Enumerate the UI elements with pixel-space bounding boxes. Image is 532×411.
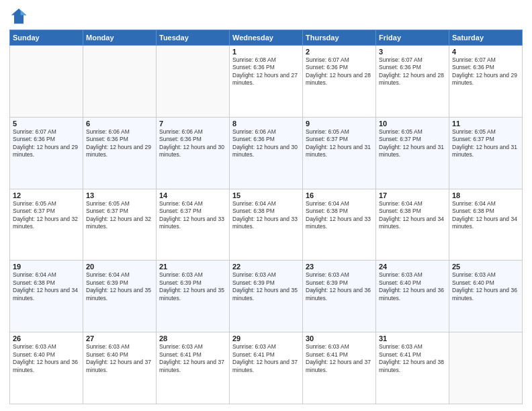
calendar-cell: 19 Sunrise: 6:04 AMSunset: 6:38 PMDaylig… [10, 261, 83, 332]
calendar-cell: 16 Sunrise: 6:04 AMSunset: 6:38 PMDaylig… [303, 189, 376, 261]
day-info: Sunrise: 6:06 AMSunset: 6:36 PMDaylight:… [86, 128, 153, 159]
day-header-thursday: Thursday [303, 30, 376, 46]
calendar-cell: 25 Sunrise: 6:03 AMSunset: 6:40 PMDaylig… [449, 261, 523, 332]
day-info: Sunrise: 6:07 AMSunset: 6:36 PMDaylight:… [452, 56, 519, 87]
day-number: 22 [232, 263, 300, 271]
calendar-cell: 21 Sunrise: 6:03 AMSunset: 6:39 PMDaylig… [157, 261, 230, 332]
day-number: 27 [86, 334, 153, 342]
logo-icon [9, 7, 28, 26]
day-info: Sunrise: 6:05 AMSunset: 6:37 PMDaylight:… [306, 128, 373, 159]
day-number: 8 [232, 120, 300, 128]
day-info: Sunrise: 6:03 AMSunset: 6:39 PMDaylight:… [306, 271, 373, 302]
calendar-cell: 9 Sunrise: 6:05 AMSunset: 6:37 PMDayligh… [303, 117, 376, 189]
day-header-sunday: Sunday [10, 30, 83, 46]
day-header-friday: Friday [376, 30, 449, 46]
calendar-body: 1 Sunrise: 6:08 AMSunset: 6:36 PMDayligh… [10, 46, 523, 404]
day-info: Sunrise: 6:05 AMSunset: 6:37 PMDaylight:… [452, 128, 519, 159]
day-number: 4 [452, 48, 519, 56]
day-header-wednesday: Wednesday [230, 30, 303, 46]
day-number: 5 [13, 120, 80, 128]
day-info: Sunrise: 6:07 AMSunset: 6:36 PMDaylight:… [379, 56, 446, 87]
day-number: 13 [86, 191, 153, 199]
day-info: Sunrise: 6:05 AMSunset: 6:37 PMDaylight:… [13, 200, 80, 231]
day-header-monday: Monday [83, 30, 157, 46]
calendar-cell: 17 Sunrise: 6:04 AMSunset: 6:38 PMDaylig… [376, 189, 449, 261]
day-info: Sunrise: 6:03 AMSunset: 6:40 PMDaylight:… [452, 271, 519, 302]
day-number: 26 [13, 334, 80, 342]
calendar-page: SundayMondayTuesdayWednesdayThursdayFrid… [0, 0, 532, 411]
day-info: Sunrise: 6:08 AMSunset: 6:36 PMDaylight:… [232, 56, 300, 87]
calendar-header: SundayMondayTuesdayWednesdayThursdayFrid… [10, 30, 523, 46]
calendar-cell: 7 Sunrise: 6:06 AMSunset: 6:36 PMDayligh… [157, 117, 230, 189]
day-number: 25 [452, 263, 519, 271]
day-number: 11 [452, 120, 519, 128]
calendar-cell: 15 Sunrise: 6:04 AMSunset: 6:38 PMDaylig… [230, 189, 303, 261]
day-header-row: SundayMondayTuesdayWednesdayThursdayFrid… [10, 30, 523, 46]
day-info: Sunrise: 6:04 AMSunset: 6:38 PMDaylight:… [452, 200, 519, 231]
day-info: Sunrise: 6:04 AMSunset: 6:37 PMDaylight:… [159, 200, 226, 231]
day-number: 6 [86, 120, 153, 128]
day-info: Sunrise: 6:07 AMSunset: 6:36 PMDaylight:… [13, 128, 80, 159]
day-info: Sunrise: 6:03 AMSunset: 6:41 PMDaylight:… [306, 343, 373, 374]
day-number: 14 [159, 191, 226, 199]
calendar-cell [157, 46, 230, 118]
day-info: Sunrise: 6:05 AMSunset: 6:37 PMDaylight:… [86, 200, 153, 231]
calendar-cell: 8 Sunrise: 6:06 AMSunset: 6:36 PMDayligh… [230, 117, 303, 189]
day-number: 20 [86, 263, 153, 271]
day-header-tuesday: Tuesday [157, 30, 230, 46]
calendar-cell: 2 Sunrise: 6:07 AMSunset: 6:36 PMDayligh… [303, 46, 376, 118]
week-row-1: 1 Sunrise: 6:08 AMSunset: 6:36 PMDayligh… [10, 46, 523, 118]
calendar-cell: 14 Sunrise: 6:04 AMSunset: 6:37 PMDaylig… [157, 189, 230, 261]
calendar-cell: 28 Sunrise: 6:03 AMSunset: 6:41 PMDaylig… [157, 332, 230, 404]
day-number: 21 [159, 263, 226, 271]
calendar-cell: 6 Sunrise: 6:06 AMSunset: 6:36 PMDayligh… [83, 117, 157, 189]
day-number: 16 [306, 191, 373, 199]
day-info: Sunrise: 6:03 AMSunset: 6:40 PMDaylight:… [379, 271, 446, 302]
day-info: Sunrise: 6:07 AMSunset: 6:36 PMDaylight:… [306, 56, 373, 87]
day-info: Sunrise: 6:05 AMSunset: 6:37 PMDaylight:… [379, 128, 446, 159]
calendar-cell [10, 46, 83, 118]
day-number: 23 [306, 263, 373, 271]
calendar-cell: 5 Sunrise: 6:07 AMSunset: 6:36 PMDayligh… [10, 117, 83, 189]
day-number: 2 [306, 48, 373, 56]
day-number: 17 [379, 191, 446, 199]
svg-marker-0 [11, 9, 26, 24]
calendar-cell: 18 Sunrise: 6:04 AMSunset: 6:38 PMDaylig… [449, 189, 523, 261]
logo [9, 7, 30, 26]
calendar-cell: 12 Sunrise: 6:05 AMSunset: 6:37 PMDaylig… [10, 189, 83, 261]
day-number: 18 [452, 191, 519, 199]
day-info: Sunrise: 6:03 AMSunset: 6:40 PMDaylight:… [13, 343, 80, 374]
week-row-4: 19 Sunrise: 6:04 AMSunset: 6:38 PMDaylig… [10, 261, 523, 332]
day-number: 1 [232, 48, 300, 56]
day-info: Sunrise: 6:06 AMSunset: 6:36 PMDaylight:… [232, 128, 300, 159]
header [9, 7, 523, 26]
calendar-cell: 13 Sunrise: 6:05 AMSunset: 6:37 PMDaylig… [83, 189, 157, 261]
day-number: 3 [379, 48, 446, 56]
calendar-cell: 24 Sunrise: 6:03 AMSunset: 6:40 PMDaylig… [376, 261, 449, 332]
calendar-cell: 29 Sunrise: 6:03 AMSunset: 6:41 PMDaylig… [230, 332, 303, 404]
day-number: 7 [159, 120, 226, 128]
day-number: 12 [13, 191, 80, 199]
day-info: Sunrise: 6:06 AMSunset: 6:36 PMDaylight:… [159, 128, 226, 159]
day-number: 10 [379, 120, 446, 128]
day-info: Sunrise: 6:04 AMSunset: 6:39 PMDaylight:… [86, 271, 153, 302]
day-header-saturday: Saturday [449, 30, 523, 46]
calendar-cell: 3 Sunrise: 6:07 AMSunset: 6:36 PMDayligh… [376, 46, 449, 118]
calendar-cell: 30 Sunrise: 6:03 AMSunset: 6:41 PMDaylig… [303, 332, 376, 404]
calendar-cell: 11 Sunrise: 6:05 AMSunset: 6:37 PMDaylig… [449, 117, 523, 189]
day-number: 15 [232, 191, 300, 199]
calendar-cell [83, 46, 157, 118]
calendar-cell: 10 Sunrise: 6:05 AMSunset: 6:37 PMDaylig… [376, 117, 449, 189]
day-number: 29 [232, 334, 300, 342]
day-info: Sunrise: 6:04 AMSunset: 6:38 PMDaylight:… [306, 200, 373, 231]
day-info: Sunrise: 6:04 AMSunset: 6:38 PMDaylight:… [379, 200, 446, 231]
day-number: 24 [379, 263, 446, 271]
week-row-5: 26 Sunrise: 6:03 AMSunset: 6:40 PMDaylig… [10, 332, 523, 404]
calendar-cell: 4 Sunrise: 6:07 AMSunset: 6:36 PMDayligh… [449, 46, 523, 118]
day-info: Sunrise: 6:03 AMSunset: 6:39 PMDaylight:… [232, 271, 300, 302]
day-info: Sunrise: 6:04 AMSunset: 6:38 PMDaylight:… [13, 271, 80, 302]
day-number: 30 [306, 334, 373, 342]
day-info: Sunrise: 6:03 AMSunset: 6:41 PMDaylight:… [379, 343, 446, 374]
week-row-3: 12 Sunrise: 6:05 AMSunset: 6:37 PMDaylig… [10, 189, 523, 261]
calendar-cell: 22 Sunrise: 6:03 AMSunset: 6:39 PMDaylig… [230, 261, 303, 332]
